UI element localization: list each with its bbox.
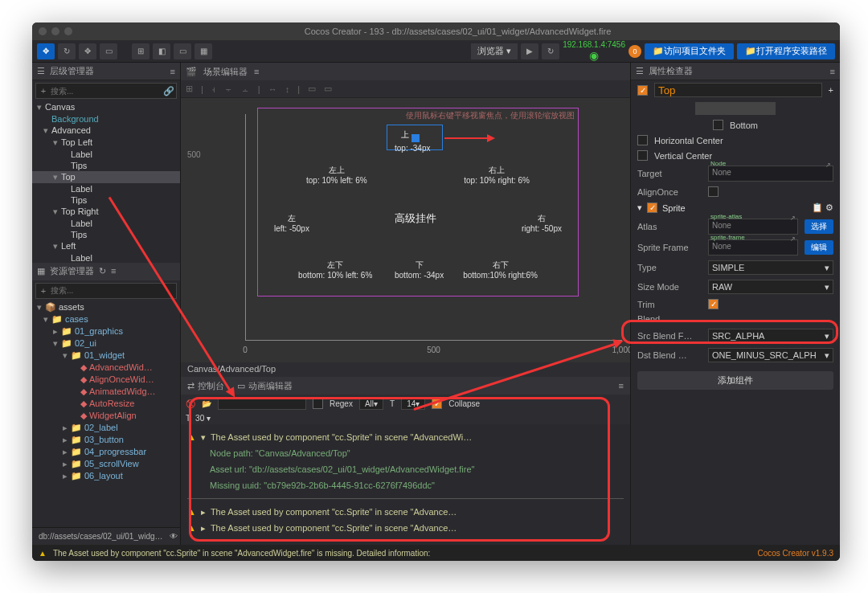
fontsize-dropdown[interactable]: 14 ▾ (401, 397, 425, 410)
bottom-checkbox[interactable] (713, 120, 723, 130)
assets-opt-icon[interactable]: ↻ (99, 266, 106, 276)
add-node-icon[interactable]: + (36, 86, 51, 96)
scene-hint: 使用鼠标右键平移视窗焦点，使用滚轮缩放视图 (406, 110, 575, 121)
tool-a[interactable]: ▭ (174, 43, 191, 59)
alignonce-checkbox[interactable] (708, 186, 719, 197)
preview-box (695, 102, 776, 115)
filter-input[interactable] (218, 397, 306, 410)
hierarchy-item[interactable]: ▾Left (32, 240, 180, 252)
level-dropdown[interactable]: All ▾ (359, 397, 383, 410)
assets-header: ▦ 资源管理器 ↻≡ (32, 263, 180, 280)
asset-item[interactable]: ▸📁02_label (32, 422, 180, 434)
regex-checkbox[interactable] (313, 399, 323, 409)
tabs-menu-icon[interactable]: ≡ (619, 381, 624, 391)
inspector-menu-icon[interactable]: ≡ (830, 67, 835, 76)
hierarchy-item[interactable]: ▾Top Left (32, 137, 180, 149)
open-folder-button[interactable]: 📁 访问项目文件夹 (645, 43, 734, 59)
asset-item[interactable]: ▾📦assets (32, 301, 180, 313)
srcblend-dropdown[interactable]: SRC_ALPHA▾ (708, 329, 833, 343)
hierarchy-item[interactable]: Label (32, 183, 180, 194)
asset-item[interactable]: ◆AutoResize (32, 398, 180, 410)
assets-menu-icon[interactable]: ≡ (111, 266, 116, 276)
hierarchy-item[interactable]: Tips (32, 194, 180, 206)
hierarchy-item[interactable]: ▾Advanced (32, 125, 180, 137)
hierarchy-icon: ☰ (37, 66, 45, 76)
asset-item[interactable]: ▸📁04_progressbar (32, 446, 180, 458)
assets-tree[interactable]: ▾📦assets▾📁cases▸📁01_graphics▾📁02_ui▾📁01_… (32, 301, 180, 527)
hierarchy-item[interactable]: ▾Canvas (32, 101, 180, 113)
anchor-tool[interactable]: ⊞ (132, 43, 149, 59)
asset-item[interactable]: ◆AnimatedWidg… (32, 386, 180, 398)
hierarchy-item[interactable]: Label (32, 252, 180, 263)
breadcrumb: Canvas/Advanced/Top (181, 362, 630, 377)
add-component-button[interactable]: 添加组件 (637, 371, 833, 390)
vc-checkbox[interactable] (637, 150, 648, 161)
scene-viewport[interactable]: 500 使用鼠标右键平移视窗焦点，使用滚轮缩放视图 上 top: -34px 左… (181, 98, 630, 362)
trim-checkbox[interactable]: ✓ (708, 299, 719, 309)
hierarchy-item[interactable]: Label (32, 149, 180, 160)
add-asset-icon[interactable]: + (36, 286, 51, 296)
scale-tool[interactable]: ✥ (79, 43, 96, 59)
asset-item[interactable]: ▸📁01_graphics (32, 325, 180, 337)
hierarchy-tree[interactable]: ▾CanvasBackground▾Advanced▾Top LeftLabel… (32, 101, 180, 263)
asset-item[interactable]: ▾📁01_widget (32, 350, 180, 362)
notification-badge[interactable]: 0 (628, 45, 641, 58)
node-active-checkbox[interactable]: ✓ (637, 85, 648, 96)
count-dropdown[interactable]: 30 ▾ (195, 414, 211, 423)
panel-menu-icon[interactable]: ≡ (170, 67, 175, 76)
dstblend-dropdown[interactable]: ONE_MINUS_SRC_ALPH▾ (708, 348, 833, 362)
atlas-select-button[interactable]: 选择 (805, 219, 833, 234)
play-button[interactable]: ▶ (521, 43, 538, 59)
statusbar: ▲ The Asset used by component "cc.Sprite… (32, 545, 840, 561)
asset-item[interactable]: ◆AdvancedWid… (32, 362, 180, 374)
asset-item[interactable]: ◆WidgetAlign (32, 410, 180, 422)
atlas-slot[interactable]: sprite-atlas↗None (708, 219, 798, 235)
asset-item[interactable]: ▸📁05_scrollView (32, 458, 180, 470)
link-icon[interactable]: 🔗 (162, 86, 176, 96)
hierarchy-search-input[interactable] (51, 87, 162, 96)
hierarchy-search[interactable]: + 🔗 (35, 83, 177, 99)
asset-item[interactable]: ▸📁06_layout (32, 470, 180, 482)
browser-dropdown[interactable]: 浏览器 ▾ (471, 43, 518, 59)
asset-item[interactable]: ◆AlignOnceWid… (32, 374, 180, 386)
sizemode-dropdown[interactable]: RAW▾ (708, 280, 833, 294)
tab-animation[interactable]: ▭动画编辑器 (237, 380, 293, 392)
hierarchy-item[interactable]: Tips (32, 229, 180, 240)
hierarchy-item[interactable]: Background (32, 113, 180, 125)
tool-b[interactable]: ▦ (194, 43, 212, 59)
hierarchy-item[interactable]: ▾Top (32, 171, 180, 183)
asset-item[interactable]: ▾📁02_ui (32, 337, 180, 350)
open-icon[interactable]: 📂 (202, 399, 211, 408)
hc-checkbox[interactable] (637, 135, 648, 145)
console-output[interactable]: ▲▾The Asset used by component "cc.Sprite… (181, 424, 630, 545)
type-dropdown[interactable]: SIMPLE▾ (708, 260, 833, 275)
move-tool[interactable]: ✥ (37, 43, 55, 59)
assets-search-input[interactable] (51, 286, 176, 295)
node-name-input[interactable] (654, 83, 822, 97)
clear-icon[interactable]: 🚫 (186, 399, 195, 408)
traffic-lights[interactable] (39, 27, 72, 35)
scene-toolbar[interactable]: ⊞|⫞⫟⫠|↔↕|▭▭ (181, 80, 630, 98)
open-install-button[interactable]: 📁 打开程序安装路径 (737, 43, 835, 59)
tab-console[interactable]: ⇄控制台 (187, 380, 224, 392)
refresh-button[interactable]: ↻ (542, 43, 559, 59)
collapse-checkbox[interactable]: ✓ (432, 399, 442, 409)
asset-item[interactable]: ▾📁cases (32, 313, 180, 325)
spriteframe-edit-button[interactable]: 编辑 (805, 240, 833, 255)
add-icon[interactable]: + (829, 85, 833, 95)
eye-icon[interactable]: 👁 (170, 532, 178, 541)
target-slot[interactable]: Node↗None (708, 166, 833, 182)
hierarchy-item[interactable]: ▾Top Right (32, 206, 180, 218)
rotate-tool[interactable]: ↻ (58, 43, 76, 59)
hierarchy-item[interactable]: Label (32, 218, 180, 229)
assets-statusbar: db://assets/cases/02_ui/01_widg… 👁 (32, 527, 180, 545)
rect-tool[interactable]: ▭ (100, 43, 117, 59)
spriteframe-slot[interactable]: sprite-frame↗None (708, 239, 798, 256)
assets-search[interactable]: + (35, 283, 177, 299)
bottom-tabs[interactable]: ⇄控制台 ▭动画编辑器 ≡ (181, 377, 630, 395)
status-warn-icon: ▲ (39, 549, 47, 558)
scene-menu-icon[interactable]: ≡ (254, 67, 259, 76)
asset-item[interactable]: ▸📁03_button (32, 434, 180, 446)
hierarchy-item[interactable]: Tips (32, 160, 180, 171)
local-tool[interactable]: ◧ (153, 43, 170, 59)
